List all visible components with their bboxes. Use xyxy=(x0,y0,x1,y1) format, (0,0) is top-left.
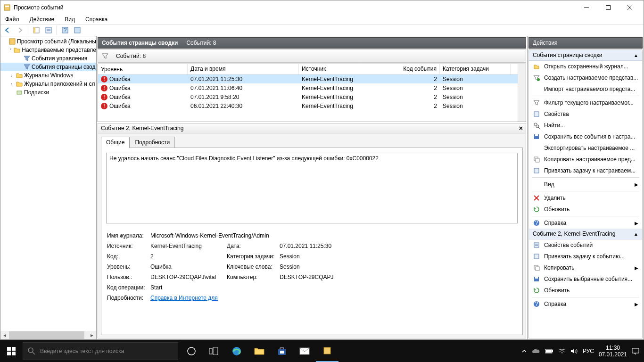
action-item[interactable]: Экспортировать настраиваемое ... xyxy=(529,142,642,154)
forward-button[interactable] xyxy=(15,25,25,35)
edge-icon[interactable] xyxy=(225,340,248,362)
actions-section-view[interactable]: События страницы сводки▲ xyxy=(529,50,642,61)
properties-button[interactable] xyxy=(43,25,54,35)
help-button[interactable]: ? xyxy=(60,25,70,35)
tray-chevron-up-icon[interactable] xyxy=(521,348,527,354)
app-icon xyxy=(3,4,11,11)
action-item[interactable]: Привязать задачу к настраиваем... xyxy=(529,165,642,176)
close-button[interactable] xyxy=(619,0,641,15)
tray-onedrive-icon[interactable] xyxy=(532,348,540,354)
back-button[interactable] xyxy=(2,25,13,35)
grid-row[interactable]: !Ошибка07.01.2021 9:58:20Kernel-EventTra… xyxy=(98,92,518,101)
action-icon xyxy=(533,63,540,70)
action-help2[interactable]: ?Справка▶ xyxy=(529,298,642,310)
scroll-right-icon[interactable]: ▸ xyxy=(88,331,96,339)
tree-windows-logs[interactable]: ›Журналы Windows xyxy=(0,71,96,80)
action-item[interactable]: Сохранить выбранные события... xyxy=(529,273,642,285)
action-view[interactable]: Вид▶ xyxy=(529,179,642,190)
action-icon xyxy=(533,122,540,129)
action-item[interactable]: Создать настраиваемое представ... xyxy=(529,72,642,83)
grid-row[interactable]: !Ошибка06.01.2021 22:40:30Kernel-EventTr… xyxy=(98,101,518,110)
tab-general[interactable]: Общие xyxy=(101,137,130,148)
taskbar: Введите здесь текст для поиска РУС 11:30… xyxy=(0,340,644,362)
tray-clock[interactable]: 11:3007.01.2021 xyxy=(599,345,627,358)
action-item[interactable]: Фильтр текущего настраиваемог... xyxy=(529,97,642,108)
action-item[interactable]: Копировать▶ xyxy=(529,262,642,273)
tray-language[interactable]: РУС xyxy=(583,348,594,354)
expand-icon[interactable]: › xyxy=(9,82,15,87)
taskbar-search[interactable]: Введите здесь текст для поиска xyxy=(23,342,178,360)
store-icon[interactable] xyxy=(271,340,293,362)
filter-bar: Событий: 8 xyxy=(98,49,526,63)
action-item[interactable]: Свойства событий xyxy=(529,239,642,251)
action-item[interactable]: Привязать задачу к событию... xyxy=(529,251,642,262)
show-tree-button[interactable] xyxy=(31,25,41,35)
mail-icon[interactable] xyxy=(293,340,316,362)
actions-section-event[interactable]: Событие 2, Kernel-EventTracing▲ xyxy=(529,229,642,239)
folder-icon xyxy=(13,46,21,54)
tree-summary-events[interactable]: События страницы свод xyxy=(0,63,96,71)
grid-header[interactable]: Уровень Дата и время Источник Код событи… xyxy=(98,64,518,74)
action-refresh[interactable]: Обновить xyxy=(529,204,642,215)
maximize-button[interactable] xyxy=(597,0,619,15)
cortana-icon[interactable] xyxy=(180,340,203,362)
action-item[interactable]: Свойства xyxy=(529,108,642,120)
tree-custom-views[interactable]: ˅Настраиваемые представле xyxy=(0,46,96,54)
refresh-button[interactable] xyxy=(72,25,83,35)
grid-row[interactable]: !Ошибка07.01.2021 11:25:30Kernel-EventTr… xyxy=(98,74,518,83)
tree-subscriptions[interactable]: Подписки xyxy=(0,88,96,97)
minimize-button[interactable] xyxy=(576,0,597,15)
tree-app-logs[interactable]: ›Журналы приложений и сл xyxy=(0,80,96,88)
action-icon xyxy=(533,144,540,152)
col-date[interactable]: Дата и время xyxy=(188,64,299,74)
action-item[interactable]: Найти... xyxy=(529,120,642,131)
expand-icon[interactable]: › xyxy=(9,73,15,78)
grid-vscrollbar[interactable] xyxy=(518,64,526,122)
menu-action[interactable]: Действие xyxy=(28,15,57,24)
explorer-icon[interactable] xyxy=(248,340,271,362)
svg-line-20 xyxy=(538,127,540,129)
error-icon: ! xyxy=(101,94,107,100)
tray-battery-icon[interactable] xyxy=(545,348,553,354)
detail-close-icon[interactable]: × xyxy=(519,124,523,132)
event-message: Не удалось начать сеанс "Cloud Files Dia… xyxy=(106,153,518,223)
grid-row[interactable]: !Ошибка07.01.2021 11:06:40Kernel-EventTr… xyxy=(98,83,518,92)
collapse-icon[interactable]: ˅ xyxy=(9,48,12,53)
folder-icon xyxy=(16,72,23,79)
action-item[interactable]: Сохранить все события в настра... xyxy=(529,131,642,142)
svg-rect-30 xyxy=(534,243,539,247)
chevron-up-icon: ▲ xyxy=(634,53,638,58)
action-item[interactable]: Обновить xyxy=(529,285,642,296)
tree-admin-events[interactable]: События управления xyxy=(0,54,96,63)
col-category[interactable]: Категория задачи xyxy=(440,64,511,74)
start-button[interactable] xyxy=(0,340,23,362)
tray-volume-icon[interactable] xyxy=(570,348,578,354)
eventviewer-taskbar-icon[interactable] xyxy=(316,340,339,362)
filter-icon[interactable] xyxy=(102,53,108,59)
taskview-icon[interactable] xyxy=(203,340,225,362)
action-help[interactable]: ?Справка▶ xyxy=(529,217,642,229)
tray-wifi-icon[interactable] xyxy=(558,348,566,354)
scroll-left-icon[interactable]: ◂ xyxy=(0,331,9,339)
action-item[interactable]: Импорт настраиваемого предста... xyxy=(529,83,642,95)
menubar: Файл Действие Вид Справка xyxy=(0,15,644,24)
tab-details[interactable]: Подробности xyxy=(130,137,175,148)
menu-help[interactable]: Справка xyxy=(83,15,109,24)
svg-rect-3 xyxy=(606,6,611,10)
action-icon xyxy=(533,74,540,82)
action-item[interactable]: Открыть сохраненный журнал... xyxy=(529,61,642,72)
action-delete[interactable]: Удалить xyxy=(529,192,642,204)
svg-rect-33 xyxy=(534,254,539,259)
actions-pane: Действия События страницы сводки▲ Открыт… xyxy=(528,36,644,339)
tray-notifications-icon[interactable] xyxy=(632,347,639,355)
col-code[interactable]: Код события xyxy=(400,64,440,74)
menu-file[interactable]: Файл xyxy=(3,15,21,24)
col-source[interactable]: Источник xyxy=(299,64,400,74)
help-online-link[interactable]: Справка в Интернете для xyxy=(150,295,218,301)
system-tray: РУС 11:3007.01.2021 xyxy=(517,345,644,358)
menu-view[interactable]: Вид xyxy=(63,15,77,24)
tree-hscrollbar[interactable]: ◂ ▸ xyxy=(0,331,96,339)
action-item[interactable]: Копировать настраиваемое пред... xyxy=(529,154,642,165)
tree-root[interactable]: Просмотр событий (Локальны xyxy=(0,37,96,46)
col-level[interactable]: Уровень xyxy=(98,64,188,74)
